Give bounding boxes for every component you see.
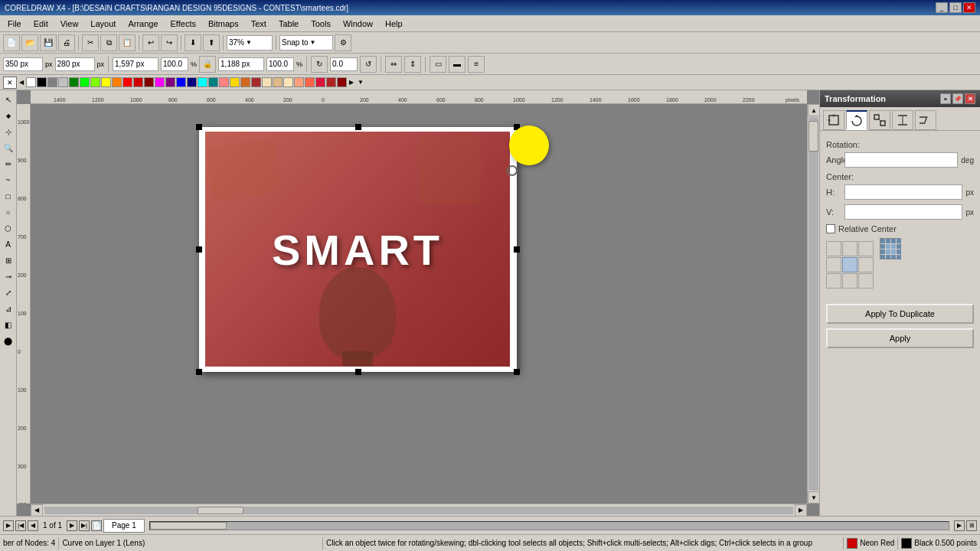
pos-ml[interactable]: [826, 257, 841, 272]
import-button[interactable]: ⬇: [185, 34, 201, 51]
fill-swatch[interactable]: [847, 538, 858, 549]
page-nav-next-last[interactable]: ▶|: [79, 520, 90, 531]
palette-color-28[interactable]: [326, 77, 336, 87]
palette-color-13[interactable]: [165, 77, 175, 87]
outline-swatch[interactable]: [901, 538, 912, 549]
rotation-handle[interactable]: [507, 165, 518, 176]
palette-color-19[interactable]: [230, 77, 240, 87]
height-pct-input[interactable]: [266, 57, 294, 71]
blend-tool[interactable]: ⤢: [1, 285, 16, 300]
angle-field-input[interactable]: [844, 152, 958, 168]
tab-position[interactable]: [823, 110, 844, 130]
print-button[interactable]: 🖨: [58, 34, 75, 51]
undo-button[interactable]: ↩: [142, 34, 159, 51]
palette-color-9[interactable]: [122, 77, 132, 87]
menu-window[interactable]: Window: [337, 18, 379, 30]
outline2-button[interactable]: ▬: [449, 56, 466, 73]
palette-color-20[interactable]: [240, 77, 250, 87]
redo-button[interactable]: ↪: [161, 34, 178, 51]
menu-layout[interactable]: Layout: [84, 18, 122, 30]
rotate-cw-button[interactable]: ↻: [311, 56, 328, 73]
pos-br[interactable]: [858, 273, 874, 289]
palette-color-14[interactable]: [176, 77, 186, 87]
pos-bl[interactable]: [826, 273, 841, 289]
select-tool[interactable]: ↖: [1, 92, 16, 107]
palette-color-0[interactable]: [26, 77, 36, 87]
h-field-input[interactable]: [844, 184, 962, 200]
palette-color-2[interactable]: [47, 77, 57, 87]
menu-help[interactable]: Help: [379, 18, 409, 30]
minimize-button[interactable]: _: [936, 2, 948, 13]
palette-color-29[interactable]: [337, 77, 347, 87]
rotate-ccw-button[interactable]: ↺: [360, 56, 377, 73]
palette-color-10[interactable]: [133, 77, 143, 87]
fill-tool[interactable]: ◧: [1, 317, 16, 332]
panel-close-button[interactable]: ✕: [965, 93, 975, 104]
flip-h-button[interactable]: ⇔: [385, 56, 402, 73]
palette-color-8[interactable]: [112, 77, 122, 87]
cut-button[interactable]: ✂: [82, 34, 99, 51]
tab-size[interactable]: [892, 110, 913, 130]
page-tab-1[interactable]: Page 1: [103, 519, 145, 533]
menu-file[interactable]: File: [2, 18, 28, 30]
handle-tc[interactable]: [355, 124, 361, 130]
page-nav-prev-first[interactable]: |◀: [15, 520, 26, 531]
scroll-up-button[interactable]: ▲: [808, 104, 819, 116]
document-page[interactable]: SMART: [199, 127, 517, 372]
open-button[interactable]: 📂: [21, 34, 38, 51]
rect-tool[interactable]: □: [1, 188, 16, 204]
shape-tool[interactable]: ◆: [1, 108, 16, 123]
maximize-button[interactable]: □: [949, 2, 962, 13]
page-nav-next[interactable]: ▶: [67, 520, 77, 531]
menu-bitmaps[interactable]: Bitmaps: [202, 18, 245, 30]
pos-tc[interactable]: [842, 241, 858, 256]
angle-input[interactable]: [330, 57, 358, 71]
canvas-area[interactable]: 1400 1200 1000 800 600 400 200 0 200 400…: [17, 90, 819, 516]
menu-tools[interactable]: Tools: [305, 18, 337, 30]
export-button[interactable]: ⬆: [203, 34, 220, 51]
palette-color-21[interactable]: [251, 77, 261, 87]
palette-color-22[interactable]: [262, 77, 272, 87]
page-scroll-btn[interactable]: ▶: [954, 520, 965, 531]
palette-color-25[interactable]: [294, 77, 304, 87]
vertical-scrollbar[interactable]: ▲ ▼: [807, 104, 819, 504]
eyedropper-tool[interactable]: ⊿: [1, 301, 16, 316]
x-position-input[interactable]: [3, 57, 43, 71]
freehand-tool[interactable]: ✏: [1, 156, 16, 171]
page-nav-play[interactable]: ▶: [3, 520, 14, 531]
menu-arrange[interactable]: Arrange: [122, 18, 164, 30]
palette-color-5[interactable]: [80, 77, 90, 87]
horizontal-scrollbar[interactable]: ◀ ▶: [31, 504, 807, 516]
handle-tl[interactable]: [196, 124, 202, 130]
pos-tl[interactable]: [826, 241, 841, 256]
palette-color-1[interactable]: [37, 77, 47, 87]
save-button[interactable]: 💾: [40, 34, 57, 51]
palette-color-15[interactable]: [187, 77, 197, 87]
apply-to-duplicate-button[interactable]: Apply To Duplicate: [826, 304, 974, 324]
pos-bc[interactable]: [842, 273, 858, 289]
snap-options-button[interactable]: ⚙: [335, 34, 351, 51]
scroll-left-button[interactable]: ◀: [31, 504, 43, 517]
palette-color-11[interactable]: [144, 77, 154, 87]
paste-button[interactable]: 📋: [119, 34, 136, 51]
table-tool[interactable]: ⊞: [1, 253, 16, 268]
palette-color-26[interactable]: [305, 77, 315, 87]
flip-v-button[interactable]: ⇕: [404, 56, 421, 73]
close-button[interactable]: ✕: [963, 2, 975, 13]
smart-draw-tool[interactable]: ~: [1, 172, 16, 187]
menu-text[interactable]: Text: [245, 18, 273, 30]
panel-pin-button[interactable]: 📌: [952, 93, 963, 104]
scroll-right-button[interactable]: ▶: [795, 504, 807, 517]
palette-expand-arrow[interactable]: ▼: [356, 77, 365, 89]
palette-color-12[interactable]: [155, 77, 165, 87]
width-pct-input[interactable]: [161, 57, 188, 71]
relative-center-checkbox[interactable]: [826, 224, 835, 233]
y-position-input[interactable]: [55, 57, 95, 71]
new-button[interactable]: 📄: [3, 34, 20, 51]
handle-bc[interactable]: [355, 369, 361, 375]
align-button[interactable]: ≡: [468, 56, 485, 73]
scroll-down-button[interactable]: ▼: [808, 491, 819, 504]
apply-button[interactable]: Apply: [826, 328, 974, 348]
pos-tr[interactable]: [858, 241, 874, 256]
palette-color-16[interactable]: [198, 77, 207, 87]
